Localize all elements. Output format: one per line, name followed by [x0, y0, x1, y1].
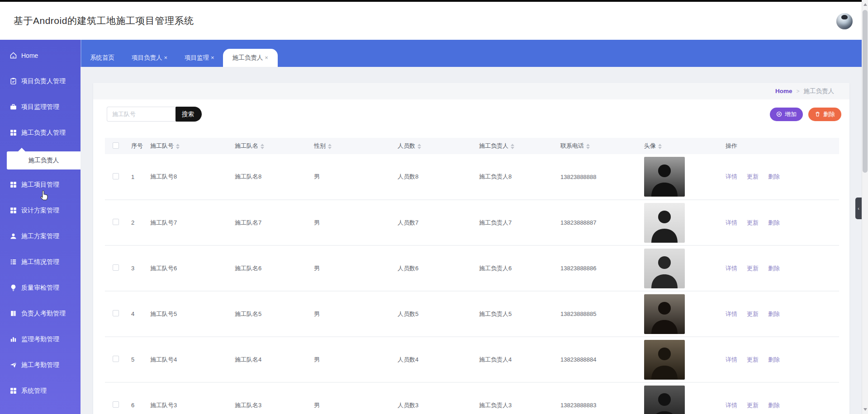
circle-plus-icon — [776, 111, 782, 117]
tab-1[interactable]: 系统首页 — [81, 49, 123, 67]
sidebar-item-13[interactable]: 系统管理 — [0, 378, 81, 404]
row-checkbox[interactable] — [113, 310, 119, 316]
sidebar-item-label: 施工项目管理 — [21, 181, 59, 189]
select-all-checkbox[interactable] — [113, 142, 119, 149]
update-link[interactable]: 更新 — [747, 219, 759, 226]
sidebar-item-2[interactable]: 项目负责人管理 — [0, 68, 81, 94]
column-header-7[interactable]: 联系电话 — [555, 138, 639, 154]
row-checkbox[interactable] — [113, 173, 119, 179]
sidebar-item-3[interactable]: 项目监理管理 — [0, 94, 81, 120]
breadcrumb-home-link[interactable]: Home — [775, 88, 792, 94]
row-checkbox[interactable] — [113, 401, 119, 408]
detail-link[interactable]: 详情 — [726, 173, 737, 180]
column-label: 操作 — [726, 142, 737, 149]
add-button[interactable]: 增加 — [770, 108, 803, 121]
tab-4[interactable]: 施工负责人× — [223, 49, 278, 67]
delete-link[interactable]: 删除 — [768, 219, 780, 226]
detail-link[interactable]: 详情 — [726, 219, 737, 226]
vertical-scrollbar — [862, 0, 868, 414]
sidebar-item-8[interactable]: 施工情况管理 — [0, 249, 81, 275]
scroll-down-icon[interactable] — [863, 408, 867, 411]
sidebar-item-6[interactable]: 设计方案管理 — [0, 198, 81, 223]
sidebar-item-9[interactable]: 质量审检管理 — [0, 275, 81, 301]
sort-caret-icon[interactable] — [511, 144, 514, 149]
tab-close-icon[interactable]: × — [211, 49, 214, 67]
update-link[interactable]: 更新 — [747, 173, 759, 180]
sort-caret-icon[interactable] — [586, 144, 590, 149]
detail-link[interactable]: 详情 — [726, 356, 737, 363]
detail-link[interactable]: 详情 — [726, 265, 737, 272]
sort-caret-icon[interactable] — [176, 144, 180, 149]
person-silhouette-icon — [644, 386, 685, 414]
sort-caret-icon[interactable] — [261, 144, 264, 149]
tab-close-icon[interactable]: × — [164, 49, 168, 67]
sort-caret-icon[interactable] — [417, 144, 421, 149]
tab-close-icon[interactable]: × — [265, 49, 268, 67]
delete-button-label: 删除 — [823, 110, 835, 118]
delete-link[interactable]: 删除 — [768, 173, 780, 180]
column-header-3[interactable]: 施工队名 — [229, 138, 308, 154]
column-header-9: 操作 — [720, 138, 839, 154]
delete-link[interactable]: 删除 — [768, 310, 780, 317]
cell-index: 2 — [127, 200, 145, 245]
tab-bar: 系统首页项目负责人×项目监理×施工负责人× — [81, 40, 862, 67]
table-row: 4 施工队号5 施工队名5 男 人员数5 施工负责人5 13823888885 … — [105, 291, 839, 337]
tab-3[interactable]: 项目监理× — [176, 49, 223, 67]
column-header-6[interactable]: 施工负责人 — [474, 138, 555, 154]
sidebar-item-12[interactable]: 施工考勤管理 — [0, 352, 81, 378]
update-link[interactable]: 更新 — [747, 402, 759, 409]
delete-button[interactable]: 删除 — [808, 108, 841, 121]
delete-link[interactable]: 删除 — [768, 402, 780, 409]
column-header-2[interactable]: 施工队号 — [145, 138, 229, 154]
sidebar-item-5[interactable]: 施工项目管理 — [0, 172, 81, 198]
sort-caret-icon[interactable] — [328, 144, 332, 149]
search-button[interactable]: 搜索 — [175, 107, 202, 122]
collapse-panel-handle[interactable]: ‹ — [855, 198, 862, 219]
scrollbar-thumb[interactable] — [863, 10, 868, 173]
cell-avatar — [639, 245, 720, 291]
user-avatar[interactable] — [836, 13, 853, 29]
column-label: 联系电话 — [560, 142, 584, 149]
sort-caret-icon[interactable] — [658, 144, 662, 149]
row-actions: 详情更新删除 — [720, 337, 839, 382]
delete-link[interactable]: 删除 — [768, 356, 780, 363]
column-label: 施工队号 — [150, 142, 174, 149]
cell-avatar — [639, 291, 720, 337]
detail-link[interactable]: 详情 — [726, 310, 737, 317]
submenu-item-active[interactable]: 施工负责人 — [7, 151, 81, 169]
cell-phone: 13823888883 — [555, 382, 639, 414]
table-row: 3 施工队号6 施工队名6 男 人员数6 施工负责人6 13823888886 … — [105, 245, 839, 291]
content-card: Home > 施工负责人 搜索 增加 删除 — [93, 83, 849, 414]
update-link[interactable]: 更新 — [747, 265, 759, 272]
scroll-up-icon[interactable] — [863, 3, 867, 6]
tab-2[interactable]: 项目负责人× — [123, 49, 176, 67]
column-header-8[interactable]: 头像 — [639, 138, 720, 154]
cell-leader: 施工负责人4 — [474, 337, 555, 382]
cell-index: 6 — [127, 382, 145, 414]
sidebar-item-1[interactable]: Home — [0, 42, 81, 68]
sidebar-item-11[interactable]: 监理考勤管理 — [0, 326, 81, 352]
cell-phone: 13823888888 — [555, 154, 639, 200]
column-header-4[interactable]: 性别 — [308, 138, 392, 154]
sidebar-item-7[interactable]: 施工方案管理 — [0, 223, 81, 249]
sidebar-item-label: 项目负责人管理 — [21, 77, 66, 85]
row-checkbox[interactable] — [113, 264, 119, 271]
column-header-5[interactable]: 人员数 — [392, 138, 474, 154]
sidebar-item-10[interactable]: 负责人考勤管理 — [0, 301, 81, 326]
row-checkbox[interactable] — [113, 219, 119, 225]
update-link[interactable]: 更新 — [747, 310, 759, 317]
column-label: 头像 — [644, 142, 656, 149]
detail-link[interactable]: 详情 — [726, 402, 737, 409]
delete-link[interactable]: 删除 — [768, 265, 780, 272]
search-input[interactable] — [107, 107, 175, 122]
cell-avatar — [639, 154, 720, 200]
cell-index: 4 — [127, 291, 145, 337]
clipboard-icon — [9, 77, 17, 85]
sidebar-item-4[interactable]: 施工负责人管理 — [0, 120, 81, 146]
table-row: 5 施工队号4 施工队名4 男 人员数4 施工负责人4 13823888884 … — [105, 337, 839, 382]
update-link[interactable]: 更新 — [747, 356, 759, 363]
send-icon — [9, 361, 17, 369]
sidebar-item-label: 项目监理管理 — [21, 103, 59, 111]
row-checkbox[interactable] — [113, 356, 119, 362]
table-row: 1 施工队号8 施工队名8 男 人员数8 施工负责人8 13823888888 … — [105, 154, 839, 200]
